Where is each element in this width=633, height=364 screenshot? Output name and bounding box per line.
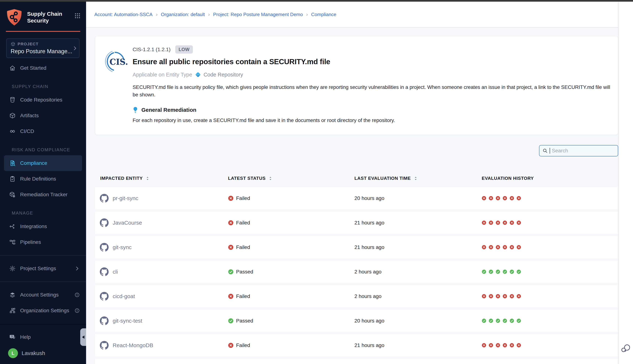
column-header-last-evaluation-time[interactable]: LAST EVALUATION TIME — [354, 176, 482, 181]
last-evaluation-time: 2 hours ago — [354, 294, 482, 299]
svg-text:?: ? — [11, 335, 13, 338]
main-area: Account: Automation-SSCA›Organization: d… — [86, 2, 618, 364]
failed-icon — [510, 294, 514, 298]
help-chat-icon: ? — [9, 334, 16, 340]
status-label: Passed — [236, 269, 253, 275]
breadcrumb-link-2[interactable]: Project: Repo Posture Management Demo — [213, 12, 303, 18]
column-header-latest-status[interactable]: LATEST STATUS — [228, 176, 354, 181]
sidebar-item-label: Help — [20, 334, 31, 340]
failed-icon — [517, 196, 521, 200]
sidebar-item-pipelines[interactable]: Pipelines — [0, 234, 86, 250]
github-icon — [100, 316, 109, 325]
sidebar-collapse-handle[interactable] — [80, 328, 86, 346]
sidebar-divider — [0, 324, 86, 324]
project-selector[interactable]: PROJECT Repo Posture Manage... — [6, 38, 80, 58]
status-label: Passed — [236, 318, 253, 324]
failed-icon — [489, 245, 493, 250]
sidebar-section-manage: MANAGE — [0, 202, 86, 218]
sidebar-item-rule-definitions[interactable]: Rule Definitions — [0, 171, 86, 187]
sidebar-divider — [0, 282, 86, 282]
app-switcher-icon[interactable] — [74, 12, 81, 19]
user-name: Lavakush — [22, 350, 45, 356]
entity-cell[interactable]: git-sync — [95, 243, 228, 252]
evaluation-history — [482, 220, 618, 225]
table-row: cliPassed2 hours ago — [95, 261, 618, 283]
sidebar-item-integrations[interactable]: Integrations — [0, 218, 86, 234]
sidebar-item-artifacts[interactable]: Artifacts — [0, 108, 86, 124]
entity-name: pr-git-sync — [113, 195, 138, 202]
breadcrumb-link-1[interactable]: Organization: default — [161, 12, 205, 18]
chevron-right-icon — [72, 46, 78, 51]
entity-cell[interactable]: pr-git-sync — [95, 194, 228, 203]
last-evaluation-time: 2 hours ago — [354, 269, 482, 275]
breadcrumb-link-0[interactable]: Account: Automation-SSCA — [94, 12, 153, 18]
column-header-impacted-entity[interactable]: IMPACTED ENTITY — [95, 176, 228, 181]
infinity-icon — [9, 128, 16, 135]
user-menu[interactable]: LLavakush — [0, 345, 86, 362]
sort-icon — [146, 176, 149, 180]
table-row: React-MongoDBFailed21 hours ago — [95, 334, 618, 356]
page-content: CIS. CIS-1.2.1 (1.2.1) LOW Ensure all pu… — [86, 28, 618, 364]
status-cell: Passed — [228, 318, 354, 324]
info-icon — [74, 308, 80, 313]
project-cube-icon — [11, 42, 15, 46]
entity-cell[interactable]: JavaCourse — [95, 218, 228, 227]
entity-name: cicd-goat — [113, 293, 135, 300]
failed-icon — [517, 294, 521, 298]
status-cell: Failed — [228, 244, 354, 250]
sidebar-item-compliance[interactable]: Compliance — [4, 155, 82, 171]
right-gutter — [618, 2, 633, 364]
failed-icon — [503, 294, 507, 298]
column-label: LATEST STATUS — [228, 176, 266, 181]
search-input[interactable] — [552, 148, 615, 154]
repo-icon: </> — [9, 96, 16, 103]
sidebar-item-help[interactable]: ?Help — [0, 329, 86, 345]
sidebar-item-organization-settings[interactable]: Organization Settings — [0, 303, 86, 318]
evaluation-history — [482, 294, 618, 298]
entity-name: React-MongoDB — [113, 342, 153, 348]
breadcrumb-link-3[interactable]: Compliance — [311, 12, 336, 18]
passed-icon — [482, 270, 486, 274]
support-chat-icon[interactable] — [621, 344, 631, 354]
rule-detail-card: CIS. CIS-1.2.1 (1.2.1) LOW Ensure all pu… — [95, 36, 618, 135]
sidebar-item-label: CI/CD — [20, 128, 34, 134]
failed-icon — [517, 245, 521, 250]
sidebar-item-label: Account Settings — [20, 292, 59, 298]
sidebar-item-ci-cd[interactable]: CI/CD — [0, 124, 86, 139]
top-header-bar: Account: Automation-SSCA›Organization: d… — [86, 2, 618, 28]
entity-cell[interactable]: cicd-goat — [95, 292, 228, 301]
sidebar-item-project-settings[interactable]: Project Settings — [0, 261, 86, 276]
sidebar-item-account-settings[interactable]: Account Settings — [0, 287, 86, 303]
evaluation-history — [482, 245, 618, 250]
entity-cell[interactable]: cli — [95, 268, 228, 276]
failed-icon — [503, 196, 507, 200]
project-name: Repo Posture Manage... — [11, 48, 72, 55]
column-label: LAST EVALUATION TIME — [354, 176, 411, 181]
passed-icon — [503, 270, 507, 274]
breadcrumb-separator-icon: › — [156, 12, 157, 18]
sidebar-section-supply-chain: SUPPLY CHAIN — [0, 76, 86, 92]
entity-cell[interactable]: git-sync-test — [95, 316, 228, 325]
status-cell: Failed — [228, 195, 354, 201]
rule-title: Ensure all public repositories contain a… — [133, 58, 611, 66]
status-label: Failed — [236, 195, 250, 201]
failed-icon — [496, 245, 500, 250]
failed-icon — [489, 220, 493, 225]
entity-name: cli — [113, 269, 118, 275]
entity-cell[interactable]: React-MongoDB — [95, 341, 228, 350]
supply-chain-security-logo-icon — [6, 8, 23, 26]
sidebar-item-label: Compliance — [20, 160, 47, 166]
sidebar-item-get-started[interactable]: Get Started — [0, 60, 86, 76]
failed-icon — [228, 220, 234, 226]
app-brand: Supply Chain Security — [0, 2, 86, 26]
sidebar-item-code-repositories[interactable]: </>Code Repositories — [0, 92, 86, 108]
github-icon — [100, 218, 109, 227]
table-row: cicd-goatFailed2 hours ago — [95, 285, 618, 307]
failed-icon — [496, 294, 500, 298]
table-row: git-syncFailed21 hours ago — [95, 236, 618, 258]
sidebar-item-remediation-tracker[interactable]: Remediation Tracker — [0, 187, 86, 202]
last-evaluation-time: 21 hours ago — [354, 342, 482, 348]
entity-type-chip[interactable]: </> Code Repository — [195, 71, 243, 78]
status-cell: Passed — [228, 269, 354, 275]
search-box[interactable] — [539, 145, 618, 156]
